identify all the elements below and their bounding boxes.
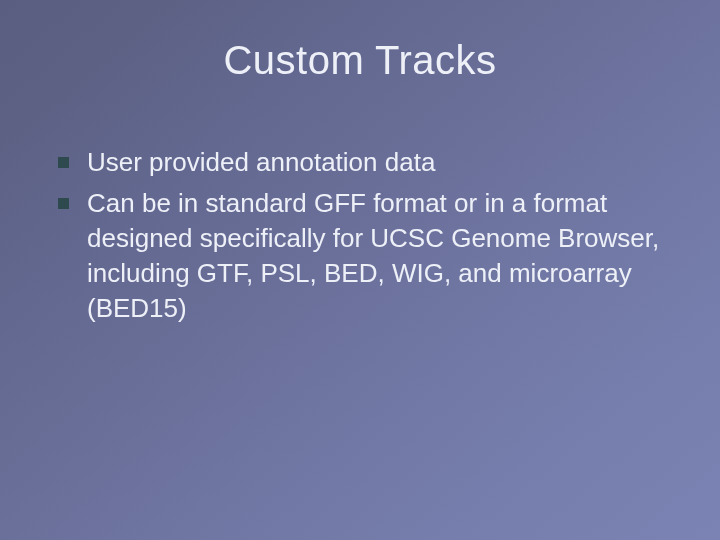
bullet-text: Can be in standard GFF format or in a fo… xyxy=(87,186,660,326)
bullet-text: User provided annotation data xyxy=(87,145,660,180)
list-item: Can be in standard GFF format or in a fo… xyxy=(58,186,660,326)
bullet-square-icon xyxy=(58,157,69,168)
slide: Custom Tracks User provided annotation d… xyxy=(0,0,720,540)
list-item: User provided annotation data xyxy=(58,145,660,180)
bullet-square-icon xyxy=(58,198,69,209)
slide-body: User provided annotation data Can be in … xyxy=(58,145,660,332)
slide-title: Custom Tracks xyxy=(0,38,720,83)
